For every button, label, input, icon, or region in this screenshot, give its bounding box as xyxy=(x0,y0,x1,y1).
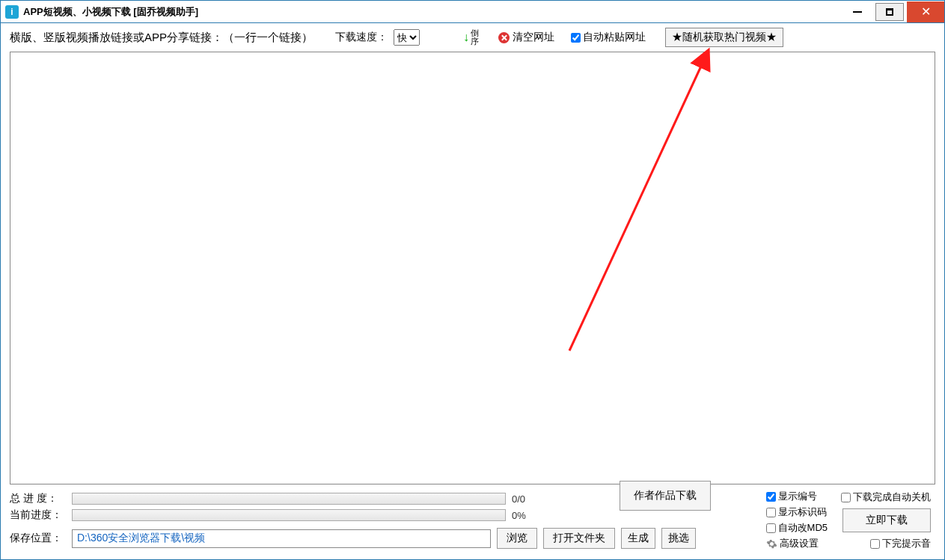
minimize-button[interactable] xyxy=(842,1,872,22)
total-progress-label: 总 进 度： xyxy=(10,492,66,505)
show-id-checkbox[interactable]: 显示标识码 xyxy=(766,505,828,519)
sound-done-checkbox[interactable]: 下完提示音 xyxy=(870,537,931,550)
main-area xyxy=(1,52,944,487)
save-path-label: 保存位置： xyxy=(10,532,66,545)
app-icon: i xyxy=(5,5,19,19)
author-works-download-button[interactable]: 作者作品下载 xyxy=(620,481,711,511)
reverse-order-button[interactable]: ↓ 倒 序 xyxy=(463,29,479,46)
clear-url-button[interactable]: 清空网址 xyxy=(498,31,554,44)
auto-paste-input[interactable] xyxy=(571,33,581,43)
generate-button[interactable]: 生成 xyxy=(621,528,655,549)
download-now-button[interactable]: 立即下载 xyxy=(842,508,931,532)
random-hot-video-button[interactable]: ★随机获取热门视频★ xyxy=(665,28,783,47)
close-button[interactable]: ✕ xyxy=(907,1,944,22)
current-progress-text: 0% xyxy=(512,510,526,521)
advanced-settings-button[interactable]: 高级设置 xyxy=(766,537,828,550)
auto-paste-checkbox[interactable]: 自动粘贴网址 xyxy=(571,31,646,44)
current-progress-bar xyxy=(72,509,506,521)
down-arrow-icon: ↓ xyxy=(463,31,469,44)
close-circle-icon xyxy=(498,32,510,43)
window-controls: ✕ xyxy=(842,1,944,22)
display-options: 显示编号 显示标识码 自动改MD5 高级设置 xyxy=(766,490,828,550)
toolbar: 横版、竖版视频播放链接或APP分享链接：（一行一个链接） 下载速度： 快 ↓ 倒… xyxy=(1,23,944,52)
browse-button[interactable]: 浏览 xyxy=(497,528,537,549)
url-textarea[interactable] xyxy=(10,52,935,484)
url-hint-label: 横版、竖版视频播放链接或APP分享链接：（一行一个链接） xyxy=(10,31,313,45)
title-bar: i APP短视频、小视频下载 [固乔视频助手] ✕ xyxy=(1,1,944,23)
save-path-input[interactable] xyxy=(72,529,491,548)
window-title: APP短视频、小视频下载 [固乔视频助手] xyxy=(23,5,198,19)
maximize-button[interactable] xyxy=(875,3,904,21)
app-window: i APP短视频、小视频下载 [固乔视频助手] ✕ 横版、竖版视频播放链接或AP… xyxy=(0,0,945,560)
auto-shutdown-checkbox[interactable]: 下载完成自动关机 xyxy=(841,490,931,504)
total-progress-text: 0/0 xyxy=(512,493,525,505)
speed-select[interactable]: 快 xyxy=(394,29,420,46)
right-options: 显示编号 显示标识码 自动改MD5 高级设置 下载完成自动关机 立即下载 下完提… xyxy=(766,490,931,550)
pick-button[interactable]: 挑选 xyxy=(661,528,696,549)
gear-icon xyxy=(766,538,777,550)
total-progress-bar xyxy=(72,493,506,505)
auto-md5-checkbox[interactable]: 自动改MD5 xyxy=(766,521,828,535)
current-progress-label: 当前进度： xyxy=(10,508,66,522)
speed-label: 下载速度： xyxy=(335,31,388,44)
open-folder-button[interactable]: 打开文件夹 xyxy=(543,528,615,549)
show-number-checkbox[interactable]: 显示编号 xyxy=(766,490,828,503)
